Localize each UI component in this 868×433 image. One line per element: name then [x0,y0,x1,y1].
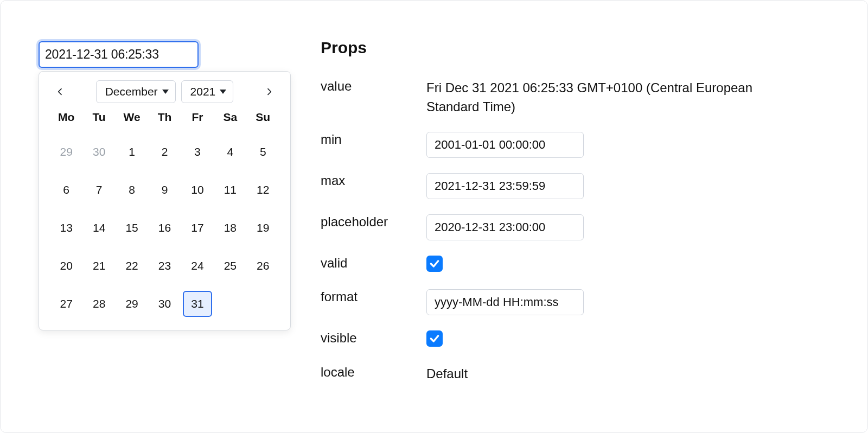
calendar-dow: Tu [82,111,115,127]
check-icon [429,258,440,269]
calendar-day[interactable]: 17 [181,215,214,241]
chevron-left-icon [56,87,65,96]
prop-label: visible [321,330,426,346]
prop-row-min: min [321,132,846,158]
props-panel: Props value Fri Dec 31 2021 06:25:33 GMT… [321,22,846,411]
month-select[interactable]: December [96,80,176,103]
calendar-day[interactable]: 24 [181,253,214,279]
calendar-day[interactable]: 5 [247,139,279,165]
valid-checkbox[interactable] [426,256,443,272]
calendar-day[interactable]: 11 [214,177,246,203]
prev-month-button[interactable] [51,82,69,101]
calendar-day[interactable]: 2 [148,139,181,165]
caret-down-icon [162,90,169,94]
year-select[interactable]: 2021 [181,80,234,103]
calendar-day[interactable]: 16 [148,215,181,241]
prop-row-value: value Fri Dec 31 2021 06:25:33 GMT+0100 … [321,79,846,117]
calendar-day[interactable]: 1 [116,139,148,165]
calendar-day[interactable]: 15 [116,215,148,241]
calendar-header: December 2021 [48,80,282,111]
calendar-day[interactable]: 3 [181,139,214,165]
calendar-dow: Su [247,111,279,127]
calendar-day[interactable]: 9 [148,177,181,203]
calendar-day[interactable]: 7 [82,177,115,203]
max-input[interactable] [426,173,584,199]
calendar-day[interactable]: 4 [214,139,246,165]
calendar-day[interactable]: 23 [148,253,181,279]
placeholder-input[interactable] [426,214,584,240]
prop-label: format [321,289,426,304]
prop-label: max [321,173,426,188]
month-select-label: December [105,85,158,98]
locale-value: Default [426,365,846,384]
prop-row-max: max [321,173,846,199]
calendar-day[interactable]: 30 [82,139,115,165]
calendar-day[interactable]: 10 [181,177,214,203]
check-icon [429,333,440,344]
calendar-day[interactable]: 18 [214,215,246,241]
calendar-day[interactable]: 30 [148,291,181,317]
calendar-dow: We [116,111,148,127]
prop-label: valid [321,256,426,271]
prop-row-format: format [321,289,846,315]
calendar-grid: MoTuWeThFrSaSu29301234567891011121314151… [48,111,282,317]
prop-row-placeholder: placeholder [321,214,846,240]
calendar-dow: Sa [214,111,246,127]
calendar-day[interactable]: 29 [116,291,148,317]
calendar-day[interactable]: 13 [50,215,82,241]
prop-value-text: Fri Dec 31 2021 06:25:33 GMT+0100 (Centr… [426,79,763,117]
calendar-day[interactable]: 28 [82,291,115,317]
calendar-dow: Th [148,111,181,127]
prop-label: min [321,132,426,147]
prop-label: value [321,79,426,94]
visible-checkbox[interactable] [426,330,443,347]
calendar-day[interactable]: 14 [82,215,115,241]
calendar-day[interactable]: 8 [116,177,148,203]
calendar-day[interactable]: 22 [116,253,148,279]
calendar-day[interactable]: 12 [247,177,279,203]
year-select-label: 2021 [190,85,216,98]
prop-row-locale: locale Default [321,365,846,384]
datetime-input[interactable] [39,41,199,68]
calendar-day[interactable]: 20 [50,253,82,279]
calendar-day[interactable]: 6 [50,177,82,203]
prop-label: locale [321,365,426,380]
next-month-button[interactable] [260,82,278,101]
format-input[interactable] [426,289,584,315]
props-title: Props [321,39,846,57]
app-frame: December 2021 MoTuWeThFrSaSu293012345678… [0,0,868,433]
calendar-day[interactable]: 27 [50,291,82,317]
calendar-day[interactable]: 21 [82,253,115,279]
calendar-day[interactable]: 19 [247,215,279,241]
left-panel: December 2021 MoTuWeThFrSaSu293012345678… [22,22,283,411]
calendar-day[interactable]: 25 [214,253,246,279]
chevron-right-icon [265,87,273,96]
caret-down-icon [220,90,226,94]
prop-row-valid: valid [321,256,846,275]
prop-row-visible: visible [321,330,846,349]
calendar-dow: Fr [181,111,214,127]
calendar-day[interactable]: 31 [183,291,212,317]
calendar-dow: Mo [50,111,82,127]
calendar-day[interactable]: 29 [50,139,82,165]
min-input[interactable] [426,132,584,158]
calendar-popover: December 2021 MoTuWeThFrSaSu293012345678… [39,71,291,330]
calendar-day[interactable]: 26 [247,253,279,279]
prop-label: placeholder [321,214,426,230]
